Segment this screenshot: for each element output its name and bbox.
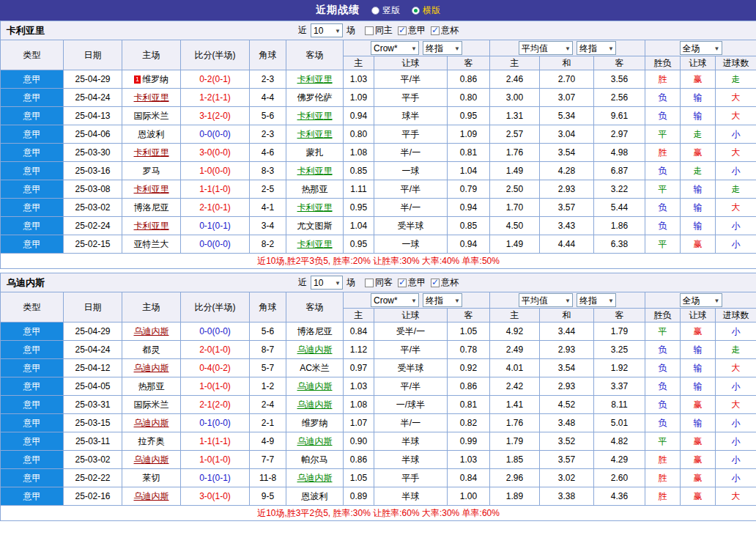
home-team-link[interactable]: 卡利亚里 [134,147,169,158]
radio-icon[interactable] [412,7,420,15]
league-cell[interactable]: 意甲 [1,451,64,469]
recent-count-select[interactable]: 10 [311,276,343,290]
filter-same-venue[interactable]: 同客 [365,276,393,289]
away-team-link[interactable]: 乌迪内斯 [297,399,333,410]
scope-select[interactable]: 全场 [680,293,722,307]
final-odds-select[interactable]: 终指 [577,41,616,55]
home-team-link[interactable]: 博洛尼亚 [134,202,169,213]
filter-serie-a[interactable]: 意甲 [398,276,426,289]
away-team-link[interactable]: 帕尔马 [302,454,328,465]
scope-select[interactable]: 全场 [680,41,722,55]
home-team-link[interactable]: 乌迪内斯 [134,363,169,373]
checkbox-icon[interactable] [431,279,440,287]
league-cell[interactable]: 意甲 [1,487,64,506]
layout-option-horizontal[interactable]: 横版 [412,4,440,17]
final-odds-dropdown[interactable]: 终指 [423,41,462,55]
checkbox-icon[interactable] [365,279,374,287]
home-team-link[interactable]: 乌迪内斯 [134,491,169,501]
league-cell[interactable]: 意甲 [1,107,64,125]
league-cell[interactable]: 意甲 [1,323,64,341]
recent-count-dropdown[interactable]: 10 [311,276,343,290]
checkbox-icon[interactable] [431,26,440,35]
league-cell[interactable]: 意甲 [1,235,64,254]
league-cell[interactable]: 意甲 [1,180,64,199]
league-cell[interactable]: 意甲 [1,469,64,487]
home-team-link[interactable]: 热那亚 [138,381,165,391]
league-cell[interactable]: 意甲 [1,396,64,414]
final-odds-select[interactable]: 终指 [577,293,616,307]
league-cell[interactable]: 意甲 [1,217,64,235]
average-select[interactable]: 平均值 [519,293,573,307]
scope-dropdown[interactable]: 全场 [680,41,722,55]
final-odds-select[interactable]: 终指 [423,293,462,307]
home-team-link[interactable]: 卡利亚里 [134,92,169,103]
bookmaker-select[interactable]: Crow* [371,293,419,307]
league-cell[interactable]: 意甲 [1,432,64,451]
filter-coppa-italia[interactable]: 意杯 [431,276,459,289]
away-team-link[interactable]: 卡利亚里 [297,202,333,213]
away-team-link[interactable]: 乌迪内斯 [297,436,333,446]
home-team-link[interactable]: 罗马 [143,166,160,176]
home-team-link[interactable]: 拉齐奥 [138,436,165,446]
final-odds-select[interactable]: 终指 [423,41,462,55]
bookmaker-select[interactable]: Crow* [371,41,419,55]
away-team-link[interactable]: 乌迪内斯 [297,381,333,391]
radio-icon[interactable] [371,7,379,15]
home-team-link[interactable]: 国际米兰 [134,111,169,121]
home-team-link[interactable]: 维罗纳 [142,74,168,84]
recent-count-select[interactable]: 10 [311,23,343,37]
away-team-link[interactable]: 佛罗伦萨 [297,92,333,103]
away-team-link[interactable]: 博洛尼亚 [297,326,333,336]
away-team-link[interactable]: 卡利亚里 [297,239,333,249]
league-cell[interactable]: 意甲 [1,199,64,217]
recent-count-dropdown[interactable]: 10 [311,23,343,37]
checkbox-icon[interactable] [365,26,374,35]
league-cell[interactable]: 意甲 [1,162,64,180]
away-team-link[interactable]: 卡利亚里 [297,166,333,176]
average-select[interactable]: 平均值 [519,41,573,55]
average-dropdown[interactable]: 平均值 [519,41,573,55]
checkbox-icon[interactable] [398,26,407,35]
away-team-link[interactable]: 卡利亚里 [297,111,333,121]
home-team-link[interactable]: 乌迪内斯 [134,418,169,428]
home-team-link[interactable]: 卡利亚里 [134,221,169,231]
away-team-link[interactable]: 乌迪内斯 [297,473,333,483]
layout-option-vertical[interactable]: 竖版 [371,4,400,17]
away-team-link[interactable]: 热那亚 [302,184,328,194]
bookmaker-dropdown[interactable]: Crow* [371,41,419,55]
away-team-link[interactable]: 维罗纳 [302,418,328,428]
home-team-link[interactable]: 国际米兰 [134,399,169,410]
away-team-link[interactable]: 蒙扎 [306,147,324,158]
filter-same-venue[interactable]: 同主 [365,24,393,37]
away-team-link[interactable]: 卡利亚里 [297,74,333,84]
away-team-link[interactable]: 乌迪内斯 [297,344,333,355]
filter-coppa-italia[interactable]: 意杯 [431,24,459,37]
final-odds-dropdown[interactable]: 终指 [577,293,616,307]
home-team-link[interactable]: 乌迪内斯 [134,454,169,465]
league-cell[interactable]: 意甲 [1,70,64,89]
league-cell[interactable]: 意甲 [1,377,64,396]
filter-serie-a[interactable]: 意甲 [398,24,426,37]
away-team-link[interactable]: 恩波利 [302,491,328,501]
away-team-link[interactable]: 卡利亚里 [297,129,333,139]
home-team-link[interactable]: 莱切 [143,473,160,483]
league-cell[interactable]: 意甲 [1,414,64,432]
home-team-link[interactable]: 都灵 [143,344,160,355]
bookmaker-dropdown[interactable]: Crow* [371,293,419,307]
home-team-link[interactable]: 乌迪内斯 [134,326,169,336]
home-team-link[interactable]: 恩波利 [138,129,165,139]
league-cell[interactable]: 意甲 [1,144,64,162]
final-odds-dropdown[interactable]: 终指 [423,293,462,307]
home-team-link[interactable]: 卡利亚里 [134,184,169,194]
league-cell[interactable]: 意甲 [1,341,64,359]
league-cell[interactable]: 意甲 [1,125,64,144]
league-cell[interactable]: 意甲 [1,89,64,107]
final-odds-dropdown[interactable]: 终指 [577,41,616,55]
home-team-link[interactable]: 亚特兰大 [134,239,169,249]
scope-dropdown[interactable]: 全场 [680,293,722,307]
away-team-link[interactable]: AC米兰 [300,363,330,373]
away-team-link[interactable]: 尤文图斯 [297,221,333,231]
league-cell[interactable]: 意甲 [1,359,64,377]
checkbox-icon[interactable] [398,279,407,287]
average-dropdown[interactable]: 平均值 [519,293,573,307]
